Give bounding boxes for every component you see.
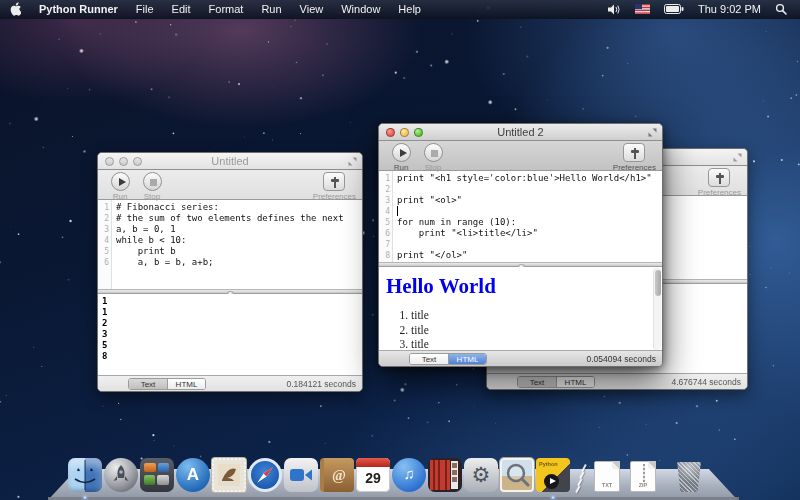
- menu-bar-status-area: Thu 9:02 PM: [603, 0, 800, 19]
- fullscreen-icon[interactable]: [348, 157, 357, 166]
- apple-menu[interactable]: [0, 2, 30, 16]
- stop-button[interactable]: Stop: [419, 143, 447, 172]
- menu-bar: Python Runner File Edit Format Run View …: [0, 0, 800, 19]
- text-tab[interactable]: Text: [518, 377, 556, 387]
- window-untitled-2: Untitled 2 Run Stop Preferences 1 2 3: [378, 123, 663, 367]
- dock-mail-icon[interactable]: [212, 458, 246, 492]
- dock-python-runner-icon[interactable]: Python: [536, 458, 570, 492]
- list-item: title: [411, 309, 662, 321]
- menu-format[interactable]: Format: [200, 0, 253, 19]
- html-tab[interactable]: HTML: [167, 379, 205, 389]
- fullscreen-icon[interactable]: [733, 153, 742, 162]
- preferences-slider-icon: [323, 172, 345, 191]
- code-text[interactable]: print "<h1 style='color:blue'>Hello Worl…: [393, 171, 662, 262]
- ical-day-number: 29: [356, 467, 390, 490]
- scrollbar-thumb[interactable]: [655, 270, 661, 296]
- line-number-gutter: 1 2 3 4 5 6 7 8: [379, 171, 393, 262]
- list-item: title: [411, 338, 662, 350]
- preferences-button[interactable]: Preferences: [613, 143, 656, 172]
- menu-window[interactable]: Window: [332, 0, 389, 19]
- run-button[interactable]: Run: [106, 172, 134, 201]
- dock-facetime-icon[interactable]: [284, 458, 318, 492]
- window-footer: Text HTML 0.054094 seconds: [379, 350, 662, 366]
- dock-txt-document-icon[interactable]: TXT: [590, 458, 624, 492]
- volume-icon[interactable]: [603, 0, 626, 19]
- dock-system-preferences-icon[interactable]: ⚙: [464, 458, 498, 492]
- menu-app-name[interactable]: Python Runner: [30, 0, 127, 19]
- input-source-us-flag-icon[interactable]: [630, 0, 655, 19]
- dock-safari-icon[interactable]: [248, 458, 282, 492]
- text-tab[interactable]: Text: [410, 354, 448, 364]
- zip-label: ZIP: [631, 482, 655, 488]
- spotlight-icon[interactable]: [770, 0, 792, 19]
- elapsed-time: 4.676744 seconds: [672, 377, 741, 387]
- ical-header: [356, 458, 390, 467]
- dock-itunes-icon[interactable]: ♫: [392, 458, 426, 492]
- apple-logo-icon: [9, 2, 21, 16]
- toolbar: Run Stop Preferences: [379, 141, 662, 171]
- list-item: title: [411, 324, 662, 336]
- stop-button[interactable]: Stop: [138, 172, 166, 201]
- output-mode-segmented-control: Text HTML: [409, 353, 487, 365]
- fullscreen-icon[interactable]: [648, 128, 657, 137]
- python-runner-label: Python: [539, 461, 558, 467]
- code-editor[interactable]: 1 2 3 4 5 6 7 8 print "<h1 style='color:…: [379, 171, 662, 262]
- play-badge-icon: [544, 474, 559, 489]
- preferences-button[interactable]: Preferences: [698, 168, 741, 197]
- dock-ical-icon[interactable]: 29: [356, 458, 390, 492]
- window-title: Untitled: [98, 155, 362, 167]
- folded-corner: [648, 461, 656, 469]
- dock-zip-archive-icon[interactable]: ZIP: [626, 458, 660, 492]
- dock-separator: [572, 458, 588, 492]
- title-bar[interactable]: Untitled 2: [379, 124, 662, 141]
- preferences-button[interactable]: Preferences: [313, 172, 356, 201]
- dock-items: A: [68, 458, 706, 492]
- menu-edit[interactable]: Edit: [163, 0, 200, 19]
- curtain-right: [442, 460, 450, 490]
- trash-basket: [676, 462, 703, 492]
- dock-trash-icon[interactable]: [672, 458, 706, 492]
- dock-preview-icon[interactable]: [500, 458, 534, 492]
- gear-glyph: ⚙: [472, 463, 491, 486]
- run-button[interactable]: Run: [387, 143, 415, 172]
- menu-bar-clock[interactable]: Thu 9:02 PM: [693, 0, 766, 19]
- window-title: Untitled 2: [379, 126, 662, 138]
- dock-launchpad-icon[interactable]: [104, 458, 138, 492]
- output-pane: 1 1 2 3 5 8: [98, 294, 362, 377]
- dock-mission-control-icon[interactable]: [140, 458, 174, 492]
- vertical-scrollbar[interactable]: [653, 268, 661, 350]
- window-footer: Text HTML 4.676744 seconds: [487, 373, 747, 389]
- battery-icon[interactable]: [659, 0, 689, 19]
- html-tab[interactable]: HTML: [448, 354, 486, 364]
- preferences-slider-icon: [708, 168, 730, 187]
- dock-address-book-icon[interactable]: @: [320, 458, 354, 492]
- itunes-note-glyph: ♫: [403, 465, 414, 482]
- elapsed-time: 0.054094 seconds: [587, 354, 656, 364]
- title-bar[interactable]: Untitled: [98, 153, 362, 170]
- menu-view[interactable]: View: [291, 0, 333, 19]
- app-store-letter: A: [187, 465, 199, 484]
- dock-app-store-icon[interactable]: A: [176, 458, 210, 492]
- text-caret: [397, 206, 398, 216]
- output-mode-segmented-control: Text HTML: [128, 378, 206, 390]
- address-book-at-glyph: @: [332, 467, 346, 483]
- folded-corner: [612, 461, 620, 469]
- photo-strip: [451, 461, 458, 489]
- menu-file[interactable]: File: [127, 0, 163, 19]
- html-output-heading: Hello World: [379, 267, 662, 299]
- html-tab[interactable]: HTML: [556, 377, 594, 387]
- menu-run[interactable]: Run: [252, 0, 290, 19]
- text-output: 1 1 2 3 5 8: [98, 294, 362, 362]
- preferences-slider-icon: [623, 143, 645, 162]
- text-tab[interactable]: Text: [129, 379, 167, 389]
- dock-finder-icon[interactable]: [68, 458, 102, 492]
- toolbar: Run Stop Preferences: [98, 170, 362, 200]
- code-editor[interactable]: 1 2 3 4 5 6 # Fibonacci series: # the su…: [98, 200, 362, 289]
- html-output-list: title title title title title title: [411, 309, 662, 351]
- elapsed-time: 0.184121 seconds: [287, 379, 356, 389]
- window-footer: Text HTML 0.184121 seconds: [98, 375, 362, 391]
- code-text[interactable]: # Fibonacci series: # the sum of two ele…: [112, 200, 362, 289]
- line-number-gutter: 1 2 3 4 5 6: [98, 200, 112, 289]
- menu-help[interactable]: Help: [389, 0, 430, 19]
- dock-photo-booth-icon[interactable]: [428, 458, 462, 492]
